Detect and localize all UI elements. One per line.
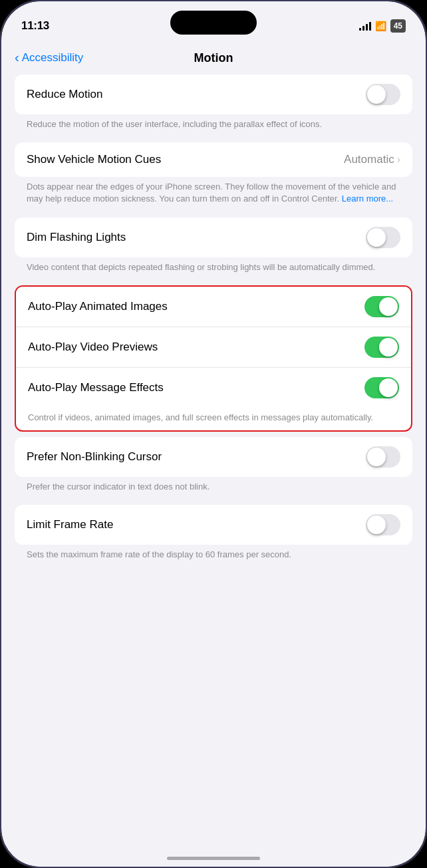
frame-rate-toggle[interactable] xyxy=(366,514,400,535)
vehicle-motion-value: Automatic › xyxy=(344,153,400,166)
vehicle-motion-value-text: Automatic xyxy=(344,153,394,166)
autoplay-video-label: Auto-Play Video Previews xyxy=(28,341,158,354)
vehicle-motion-row[interactable]: Show Vehicle Motion Cues Automatic › xyxy=(15,142,412,177)
status-time: 11:13 xyxy=(21,19,49,33)
cursor-toggle[interactable] xyxy=(366,446,400,468)
signal-icon xyxy=(359,21,371,31)
vehicle-motion-description: Dots appear near the edges of your iPhon… xyxy=(15,177,412,212)
status-icons: 📶 45 xyxy=(359,19,406,33)
autoplay-images-label: Auto-Play Animated Images xyxy=(28,300,168,313)
learn-more-link[interactable]: Learn more... xyxy=(342,194,393,204)
vehicle-motion-group: Show Vehicle Motion Cues Automatic › Dot… xyxy=(15,142,412,212)
frame-rate-row: Limit Frame Rate xyxy=(15,505,412,545)
cursor-group: Prefer Non-Blinking Cursor Prefer the cu… xyxy=(15,437,412,500)
dim-flashing-toggle[interactable] xyxy=(366,227,400,248)
back-chevron-icon: ‹ xyxy=(15,50,19,65)
nav-bar: ‹ Accessibility Motion xyxy=(1,41,426,74)
autoplay-messages-toggle[interactable] xyxy=(364,377,399,398)
vehicle-motion-card: Show Vehicle Motion Cues Automatic › xyxy=(15,142,412,177)
toggle-knob xyxy=(367,85,386,104)
toggle-knob xyxy=(379,338,398,357)
home-indicator[interactable] xyxy=(167,857,260,860)
reduce-motion-toggle[interactable] xyxy=(366,84,400,105)
reduce-motion-group: Reduce Motion Reduce the motion of the u… xyxy=(15,74,412,137)
back-button[interactable]: ‹ Accessibility xyxy=(15,51,83,65)
wifi-icon: 📶 xyxy=(375,21,386,31)
frame-rate-group: Limit Frame Rate Sets the maximum frame … xyxy=(15,505,412,567)
cursor-description: Prefer the cursor indicator in text does… xyxy=(15,477,412,500)
dim-flashing-description: Video content that depicts repeated flas… xyxy=(15,257,412,280)
back-label: Accessibility xyxy=(22,51,84,65)
dim-flashing-row: Dim Flashing Lights xyxy=(15,217,412,257)
autoplay-group: Auto-Play Animated Images Auto-Play Vide… xyxy=(15,285,412,432)
dim-flashing-label: Dim Flashing Lights xyxy=(27,231,126,244)
autoplay-images-toggle[interactable] xyxy=(364,296,399,317)
autoplay-messages-row: Auto-Play Message Effects xyxy=(16,367,411,408)
frame-rate-description: Sets the maximum frame rate of the displ… xyxy=(15,545,412,567)
autoplay-card: Auto-Play Animated Images Auto-Play Vide… xyxy=(15,285,412,432)
battery-indicator: 45 xyxy=(390,19,406,33)
page-title: Motion xyxy=(194,51,233,65)
phone-frame: 11:13 📶 45 ‹ Accessibility Motion xyxy=(0,0,427,868)
cursor-card: Prefer Non-Blinking Cursor xyxy=(15,437,412,477)
toggle-knob xyxy=(367,515,386,534)
vehicle-motion-label: Show Vehicle Motion Cues xyxy=(27,153,161,166)
autoplay-video-row: Auto-Play Video Previews xyxy=(16,327,411,367)
reduce-motion-card: Reduce Motion xyxy=(15,74,412,114)
toggle-knob xyxy=(379,297,398,316)
autoplay-images-row: Auto-Play Animated Images xyxy=(16,287,411,327)
dim-flashing-card: Dim Flashing Lights xyxy=(15,217,412,257)
cursor-row: Prefer Non-Blinking Cursor xyxy=(15,437,412,477)
reduce-motion-label: Reduce Motion xyxy=(27,88,102,101)
autoplay-description: Control if videos, animated images, and … xyxy=(16,408,411,430)
dim-flashing-group: Dim Flashing Lights Video content that d… xyxy=(15,217,412,280)
frame-rate-card: Limit Frame Rate xyxy=(15,505,412,545)
autoplay-video-toggle[interactable] xyxy=(364,337,399,358)
chevron-right-icon: › xyxy=(397,154,400,166)
cursor-label: Prefer Non-Blinking Cursor xyxy=(27,450,162,464)
toggle-knob xyxy=(367,448,386,466)
settings-content: Reduce Motion Reduce the motion of the u… xyxy=(1,74,426,840)
toggle-knob xyxy=(367,228,386,247)
reduce-motion-row: Reduce Motion xyxy=(15,74,412,114)
dynamic-island xyxy=(170,11,257,35)
toggle-knob xyxy=(379,378,398,397)
phone-screen: 11:13 📶 45 ‹ Accessibility Motion xyxy=(1,1,426,867)
reduce-motion-description: Reduce the motion of the user interface,… xyxy=(15,114,412,137)
autoplay-messages-label: Auto-Play Message Effects xyxy=(28,381,164,394)
frame-rate-label: Limit Frame Rate xyxy=(27,518,113,531)
